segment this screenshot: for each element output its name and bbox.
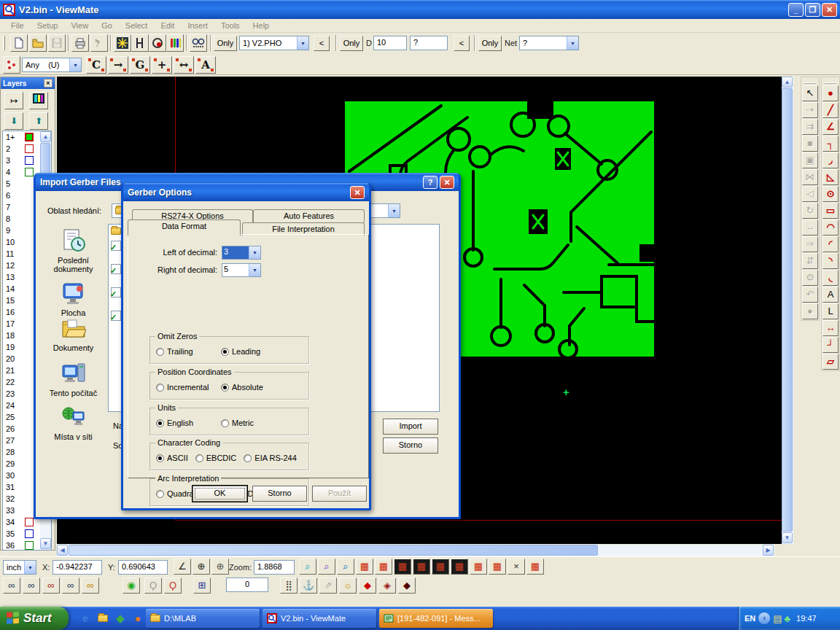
gerber-file-icon[interactable]: ✓ bbox=[111, 311, 121, 321]
place-documents[interactable]: Dokumenty bbox=[42, 316, 105, 352]
settings-gear-button[interactable]: ⚙ bbox=[802, 270, 818, 286]
traffic-light-button[interactable]: ◉ bbox=[122, 578, 140, 594]
menu-item-file[interactable]: File bbox=[4, 21, 31, 30]
probe-target-button[interactable]: ⊕ bbox=[211, 559, 229, 575]
prev-layer-button[interactable]: < bbox=[314, 36, 330, 51]
layer-insert-button[interactable]: ↦ bbox=[4, 92, 23, 109]
vscroll-thumb[interactable] bbox=[782, 88, 793, 532]
only-net-button[interactable]: Only bbox=[478, 36, 502, 51]
draw-arc-ul-button[interactable]: ◜ bbox=[822, 236, 839, 252]
cancel-button[interactable]: Storno bbox=[252, 486, 307, 502]
toolbar-grip[interactable] bbox=[3, 36, 5, 50]
film-1-button[interactable]: ▦ bbox=[394, 559, 411, 575]
left-of-decimal-combo[interactable]: 3▼ bbox=[222, 246, 261, 260]
gerber-file-icon[interactable]: ✓ bbox=[111, 264, 121, 274]
copy-forward-button[interactable]: ⇢ bbox=[802, 102, 818, 118]
menu-item-view[interactable]: View bbox=[64, 21, 95, 30]
chevron-down-icon[interactable]: ▼ bbox=[567, 36, 578, 50]
layer-color-swatch[interactable] bbox=[25, 133, 34, 141]
layer-down-button[interactable]: ⬇ bbox=[4, 112, 23, 130]
save-button[interactable] bbox=[48, 34, 66, 52]
anchor-button[interactable]: ⚓ bbox=[300, 578, 317, 594]
quadrant-view-button[interactable]: ⊞ bbox=[193, 578, 211, 594]
radio-incremental[interactable]: Incremental bbox=[156, 383, 221, 392]
angle-measure-button[interactable]: ∠ bbox=[174, 559, 191, 575]
layer-colors-button[interactable] bbox=[166, 34, 184, 52]
scroll-right-icon[interactable]: ▶ bbox=[763, 545, 774, 556]
scroll-up-icon[interactable]: ▲ bbox=[40, 131, 51, 142]
minimize-button[interactable]: _ bbox=[788, 3, 804, 17]
draw-tri-left-button[interactable]: ◺ bbox=[822, 169, 839, 185]
start-button[interactable]: Start bbox=[0, 607, 69, 630]
radio-eia-rs-244[interactable]: EIA RS-244 bbox=[244, 454, 296, 462]
new-file-button[interactable] bbox=[10, 34, 28, 52]
film-4-button[interactable]: ▦ bbox=[451, 559, 468, 575]
canvas-hscrollbar[interactable]: ◀ ▶ bbox=[57, 545, 774, 556]
draw-pad-button[interactable]: ● bbox=[822, 85, 839, 101]
close-button[interactable]: ✕ bbox=[440, 176, 454, 189]
film-2-button[interactable]: ▦ bbox=[413, 559, 430, 575]
net-select-combo[interactable]: ?▼ bbox=[519, 36, 579, 50]
copy-multi-button[interactable]: ⇉ bbox=[802, 119, 818, 135]
highlight-flash-button[interactable] bbox=[114, 34, 131, 52]
component-c-tool-button[interactable]: C bbox=[86, 56, 106, 74]
radio-absolute[interactable]: Absolute bbox=[221, 383, 263, 392]
view-pads-button[interactable]: ∞ bbox=[3, 578, 20, 594]
grid-red-3-button[interactable]: ▦ bbox=[526, 559, 544, 575]
place-network-places[interactable]: Místa v síti bbox=[42, 405, 105, 441]
only-layer-button[interactable]: Only bbox=[214, 36, 237, 51]
view-draw-button[interactable]: ∞ bbox=[62, 578, 79, 594]
fill-square2-button[interactable]: ▣ bbox=[802, 152, 818, 168]
context-help-button[interactable]: ? bbox=[90, 34, 108, 52]
chevron-down-icon[interactable]: ▼ bbox=[249, 246, 260, 259]
fill-square-button[interactable]: ■ bbox=[802, 136, 818, 152]
language-indicator[interactable]: EN bbox=[744, 614, 755, 623]
center-target-button[interactable]: ⊕ bbox=[192, 559, 210, 575]
menu-item-select[interactable]: Select bbox=[119, 21, 155, 30]
radio-icon[interactable] bbox=[156, 348, 164, 356]
layer-colors-button[interactable] bbox=[29, 92, 48, 109]
layer-up-button[interactable]: ⬆ bbox=[29, 112, 48, 130]
taskbar-button[interactable]: [191-482-091] - Mess... bbox=[379, 609, 493, 628]
folder-icon[interactable] bbox=[111, 228, 121, 238]
scroll-left-icon[interactable]: ◀ bbox=[57, 545, 68, 556]
dcode-filter-input[interactable]: ? bbox=[410, 36, 448, 50]
measure-button[interactable] bbox=[131, 34, 149, 52]
help-button[interactable]: ? bbox=[423, 176, 438, 189]
radio-icon[interactable] bbox=[156, 419, 164, 427]
draw-arc-top-button[interactable]: ◠ bbox=[822, 219, 839, 236]
view-traces-button[interactable]: ∞ bbox=[23, 578, 40, 594]
gerber-file-icon[interactable]: ✓ bbox=[111, 287, 121, 298]
film-3-button[interactable]: ▦ bbox=[432, 559, 449, 575]
grid-view-button[interactable]: ▦ bbox=[375, 559, 392, 575]
clipboard-tray-icon[interactable]: ▤ bbox=[773, 613, 782, 624]
radio-english[interactable]: English bbox=[156, 419, 221, 427]
radio-icon[interactable] bbox=[221, 419, 229, 427]
place-recent-documents[interactable]: Poslední dokumenty bbox=[42, 228, 105, 273]
chevron-down-icon[interactable]: ▼ bbox=[69, 58, 81, 71]
radio-leading[interactable]: Leading bbox=[221, 347, 260, 356]
tab-auto-features[interactable]: Auto Features bbox=[253, 209, 365, 222]
ok-button[interactable]: OK bbox=[192, 486, 247, 502]
layer-color-swatch[interactable] bbox=[25, 168, 34, 176]
rotate-button[interactable]: ↻ bbox=[802, 203, 818, 219]
view-flash-button[interactable]: ∞ bbox=[42, 578, 60, 594]
chevron-down-icon[interactable]: ▼ bbox=[249, 264, 260, 276]
flash-highlight-button[interactable]: ☼ bbox=[339, 578, 357, 594]
snap-move-button[interactable]: ⇗ bbox=[319, 578, 337, 594]
chevron-down-icon[interactable]: ▼ bbox=[297, 36, 308, 50]
draw-label-button[interactable]: L bbox=[822, 303, 839, 319]
grid-snap-button[interactable]: ▦ bbox=[356, 559, 373, 575]
radio-icon[interactable] bbox=[156, 454, 164, 462]
dot-grid-button[interactable]: ⣿ bbox=[280, 578, 298, 594]
zoom-window-button[interactable]: ⌕ bbox=[337, 559, 354, 575]
text-a-tool-button[interactable]: A bbox=[195, 56, 216, 74]
close-button[interactable]: ✕ bbox=[350, 186, 365, 199]
apply-button[interactable]: Použít bbox=[312, 486, 367, 502]
mirror-button[interactable]: ⋈ bbox=[802, 169, 818, 185]
print-button[interactable] bbox=[71, 34, 89, 52]
draw-angle-button[interactable]: ∠ bbox=[822, 119, 839, 135]
radio-metric[interactable]: Metric bbox=[221, 419, 254, 427]
dcode-input[interactable]: 10 bbox=[373, 36, 407, 50]
draw-arc-ll-button[interactable]: ◟ bbox=[822, 270, 839, 286]
